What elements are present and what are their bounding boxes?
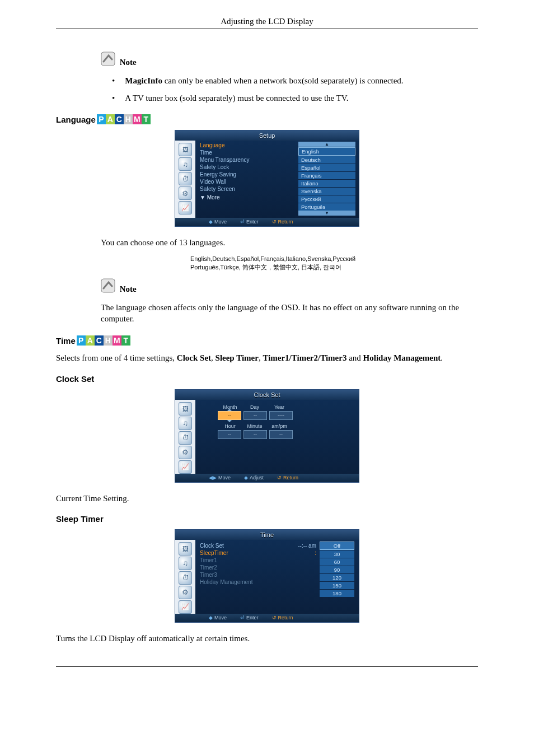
badge-c-icon: C: [95, 335, 104, 346]
osd-menu-item: Energy Saving: [200, 171, 294, 178]
osd-option: Français: [298, 172, 355, 179]
page-footer-rule: [56, 666, 478, 667]
osd-time-list: Clock Set--:-- am SleepTimer: Timer1 Tim…: [195, 540, 320, 614]
osd-option: Русский: [298, 195, 355, 203]
language-list: English,Deutsch,Español,Français,Italian…: [190, 255, 478, 272]
multi-icon: [179, 201, 192, 214]
clock-icon: [179, 172, 192, 185]
osd-setup-screenshot: Setup Language Time Menu Transparency Sa…: [56, 130, 478, 227]
badge-p-icon: P: [77, 335, 86, 346]
note-icon: [101, 278, 115, 295]
time-fields: -- -- --: [218, 430, 359, 439]
bullet-text: A TV tuner box (sold separately) must be…: [125, 94, 348, 103]
mode-badges: P A C H M T: [77, 335, 130, 346]
bullet-icon: •: [112, 94, 115, 103]
clockset-caption: Current Time Setting.: [56, 493, 478, 504]
osd-menu-item: Video Wall: [200, 178, 294, 185]
osd-sidebar: [175, 141, 195, 218]
osd-option: Svenska: [298, 188, 355, 195]
subsection-clock-set: Clock Set: [56, 374, 478, 384]
picture-icon: [179, 402, 192, 416]
osd-option: 150: [320, 582, 354, 589]
osd-title: Time: [175, 530, 359, 540]
badge-h-icon: H: [124, 114, 133, 124]
osd-option: Deutsch: [298, 156, 355, 164]
badge-a-icon: A: [106, 114, 115, 124]
osd-footer: ◆Move ⏎Enter ↺Return: [175, 614, 359, 622]
language-body: You can choose one of 13 languages. Engl…: [101, 237, 478, 324]
osd-option: Português: [298, 203, 355, 211]
osd-sidebar: [175, 400, 195, 474]
page-title: Adjusting the LCD Display: [221, 17, 313, 26]
osd-clockset-screenshot: Clock Set Month Day Year -- -- ----: [56, 389, 478, 483]
osd-menu-item: Menu Transparency: [200, 156, 294, 164]
osd-option: Off: [320, 542, 354, 550]
osd-option: 60: [320, 558, 354, 566]
osd-option: 180: [320, 590, 354, 597]
arrow-up-icon: ▲: [298, 142, 355, 147]
sound-icon: [179, 557, 192, 570]
osd-option: Español: [298, 164, 355, 171]
osd-title: Clock Set: [175, 390, 359, 400]
osd-option: 90: [320, 566, 354, 573]
hour-field: --: [218, 430, 241, 439]
osd-title: Setup: [175, 130, 359, 141]
osd-option: 120: [320, 574, 354, 581]
multi-icon: [179, 460, 192, 474]
gear-icon: [179, 586, 192, 599]
badge-m-icon: M: [113, 335, 121, 346]
badge-p-icon: P: [97, 114, 106, 124]
note-icon: [101, 52, 115, 68]
note-label: Note: [120, 284, 137, 295]
badge-a-icon: A: [86, 335, 95, 346]
language-intro: You can choose one of 13 languages.: [101, 237, 478, 248]
date-fields: -- -- ----: [218, 411, 359, 420]
osd-sleeptimer-screenshot: Time Clock Set--:-- am SleepTimer: Timer…: [56, 529, 478, 623]
gear-icon: [179, 446, 192, 459]
time-labels: Hour Minute am/pm: [218, 423, 359, 429]
sound-icon: [179, 157, 192, 171]
clock-icon: [179, 571, 192, 585]
svg-rect-1: [101, 279, 115, 292]
language-note-text: The language chosen affects only the lan…: [101, 302, 478, 325]
gear-icon: [179, 186, 192, 200]
badge-t-icon: T: [121, 335, 130, 346]
osd-menu-item: Time: [200, 149, 294, 156]
ampm-field: --: [269, 430, 293, 439]
date-labels: Month Day Year: [218, 404, 359, 410]
mode-badges: P A C H M T: [97, 114, 151, 124]
osd-menu-item: Language: [200, 142, 294, 149]
year-field: ----: [269, 411, 293, 420]
picture-icon: [179, 542, 192, 556]
minute-field: --: [243, 430, 267, 439]
osd-footer: ◀▶Move ◆Adjust ↺Return: [175, 474, 359, 482]
multi-icon: [179, 600, 192, 614]
top-note-block: Note • MagicInfo can only be enabled whe…: [101, 52, 478, 103]
osd-option: Italiano: [298, 180, 355, 187]
osd-option: 30: [320, 550, 354, 558]
sleeptimer-caption: Turns the LCD Display off automatically …: [56, 633, 478, 644]
note-bullet: • A TV tuner box (sold separately) must …: [112, 94, 478, 103]
osd-menu-list: Language Time Menu Transparency Safety L…: [195, 141, 297, 218]
section-title-language: Language P A C H M T: [56, 114, 478, 124]
osd-menu-item: Safety Screen: [200, 185, 294, 193]
day-field: --: [243, 411, 267, 420]
picture-icon: [179, 143, 192, 156]
osd-more: ▼ More: [200, 194, 294, 201]
badge-m-icon: M: [133, 114, 142, 124]
sound-icon: [179, 417, 192, 430]
bullet-icon: •: [112, 76, 115, 86]
note-bullet: • MagicInfo can only be enabled when a n…: [112, 76, 478, 86]
arrow-down-icon: ▼: [298, 211, 355, 216]
page-header: Adjusting the LCD Display: [56, 17, 478, 29]
osd-menu-item: Safety Lock: [200, 164, 294, 171]
badge-c-icon: C: [115, 114, 124, 124]
section-title-time: Time P A C H M T: [56, 335, 478, 346]
svg-rect-0: [101, 52, 115, 66]
osd-footer: ◆Move ⏎Enter ↺Return: [175, 218, 359, 226]
osd-sidebar: [175, 540, 195, 614]
time-intro: Selects from one of 4 time settings, Clo…: [56, 352, 478, 363]
osd-sleep-options: Off 30 60 90 120 150 180: [320, 540, 359, 614]
bullet-text: MagicInfo can only be enabled when a net…: [125, 76, 403, 86]
osd-option: English: [298, 147, 355, 156]
